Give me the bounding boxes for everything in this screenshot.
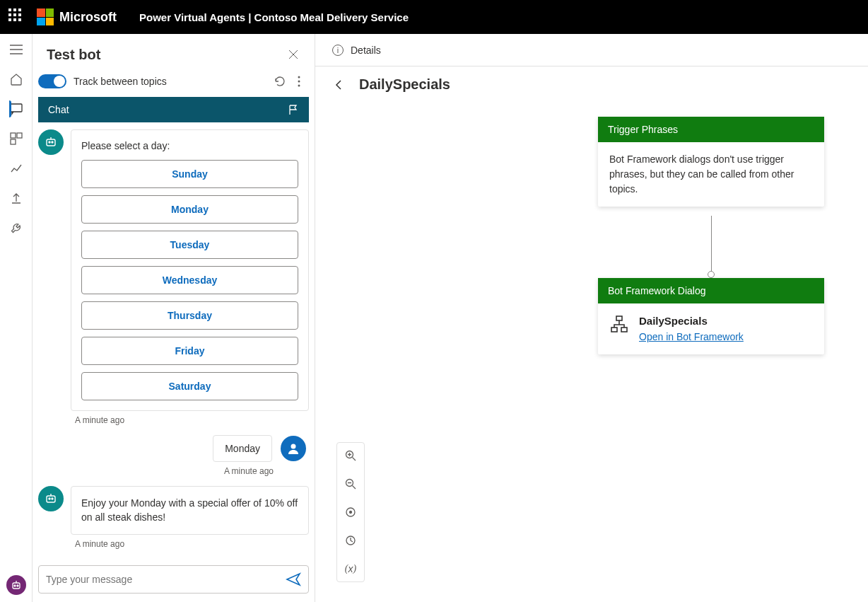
- flag-icon[interactable]: [288, 104, 299, 115]
- bot-framework-dialog-node[interactable]: Bot Framework Dialog DailySpecials Open …: [598, 278, 824, 354]
- svg-point-6: [17, 585, 18, 586]
- trigger-phrases-node[interactable]: Trigger Phrases Bot Framework dialogs do…: [598, 117, 824, 207]
- bot-response-card: Enjoy your Monday with a special offer o…: [71, 486, 309, 535]
- svg-point-5: [14, 585, 16, 586]
- timestamp-1: A minute ago: [75, 415, 309, 425]
- message-input[interactable]: [46, 574, 286, 585]
- option-tuesday[interactable]: Tuesday: [81, 231, 298, 259]
- svg-rect-10: [47, 139, 55, 146]
- svg-point-16: [52, 498, 53, 499]
- connector-dot: [708, 271, 715, 278]
- svg-rect-14: [47, 496, 55, 502]
- svg-point-13: [291, 444, 296, 449]
- svg-point-12: [52, 141, 53, 143]
- dialog-flow-icon: [609, 315, 629, 335]
- svg-rect-3: [11, 139, 16, 144]
- trigger-node-body: Bot Framework dialogs don't use trigger …: [598, 142, 824, 207]
- svg-rect-19: [621, 328, 627, 332]
- publish-icon[interactable]: [9, 191, 23, 205]
- dialog-name: DailySpecials: [639, 313, 744, 330]
- left-nav-rail: [0, 34, 33, 602]
- fit-icon[interactable]: [344, 505, 358, 519]
- authoring-canvas-area: i Details DailySpecials Trigger Phrases …: [315, 34, 868, 602]
- option-sunday[interactable]: Sunday: [81, 160, 298, 188]
- user-avatar-icon: [281, 436, 306, 461]
- bot-avatar-icon: [38, 486, 64, 511]
- timestamp-2: A minute ago: [38, 466, 274, 476]
- brand-label: Microsoft: [59, 10, 117, 25]
- bot-avatar-icon: [38, 129, 64, 155]
- svg-rect-2: [17, 133, 22, 138]
- topic-title: DailySpecials: [359, 76, 450, 93]
- svg-rect-0: [11, 104, 22, 112]
- microsoft-logo: Microsoft: [37, 8, 117, 25]
- user-message: Monday: [213, 435, 272, 462]
- prompt-text: Please select a day:: [81, 140, 298, 151]
- info-icon[interactable]: i: [332, 45, 344, 56]
- chat-icon[interactable]: [9, 102, 23, 116]
- option-monday[interactable]: Monday: [81, 195, 298, 224]
- svg-rect-17: [616, 316, 622, 320]
- option-thursday[interactable]: Thursday: [81, 301, 298, 330]
- analytics-icon[interactable]: [9, 161, 23, 175]
- app-launcher-icon[interactable]: [8, 8, 25, 25]
- svg-rect-1: [11, 133, 16, 138]
- app-title: Power Virtual Agents | Contoso Meal Deli…: [139, 11, 409, 23]
- dialog-node-header: Bot Framework Dialog: [598, 278, 824, 303]
- reset-icon[interactable]: [274, 75, 286, 88]
- app-header: Microsoft Power Virtual Agents | Contoso…: [0, 0, 868, 34]
- svg-point-11: [49, 141, 50, 143]
- canvas-top-bar: i Details: [315, 34, 868, 66]
- option-saturday[interactable]: Saturday: [81, 372, 298, 400]
- option-friday[interactable]: Friday: [81, 337, 298, 365]
- close-icon[interactable]: [288, 49, 300, 62]
- hamburger-icon[interactable]: [9, 42, 23, 57]
- open-bot-framework-link[interactable]: Open in Bot Framework: [639, 331, 744, 342]
- bot-response-text: Enjoy your Monday with a special offer o…: [81, 497, 298, 524]
- topics-icon[interactable]: [9, 132, 23, 146]
- chat-tab[interactable]: Chat: [38, 97, 309, 122]
- zoom-out-icon[interactable]: [344, 477, 358, 491]
- bot-message-card: Please select a day: Sunday Monday Tuesd…: [71, 129, 309, 411]
- chat-tab-label: Chat: [48, 104, 69, 115]
- zoom-toolbar: (x): [336, 442, 365, 582]
- message-input-bar: [38, 565, 309, 594]
- more-icon[interactable]: [298, 76, 300, 87]
- track-topics-toggle[interactable]: [38, 74, 66, 88]
- svg-rect-18: [611, 328, 617, 332]
- details-label[interactable]: Details: [351, 45, 381, 56]
- chat-scroll-area[interactable]: Please select a day: Sunday Monday Tuesd…: [33, 122, 315, 558]
- trigger-node-header: Trigger Phrases: [598, 117, 824, 142]
- test-bot-panel: Test bot Track between topics Chat: [33, 34, 315, 602]
- option-wednesday[interactable]: Wednesday: [81, 266, 298, 294]
- bot-control-icon[interactable]: [6, 575, 26, 595]
- svg-point-7: [298, 76, 300, 79]
- svg-point-9: [298, 85, 300, 87]
- test-panel-title: Test bot: [47, 47, 100, 63]
- timestamp-3: A minute ago: [75, 539, 309, 549]
- zoom-in-icon[interactable]: [344, 448, 358, 463]
- authoring-canvas[interactable]: Trigger Phrases Bot Framework dialogs do…: [315, 103, 868, 602]
- svg-point-8: [298, 81, 300, 83]
- send-icon[interactable]: [286, 572, 301, 587]
- back-arrow-icon[interactable]: [332, 79, 345, 91]
- track-topics-label: Track between topics: [74, 76, 167, 87]
- home-icon[interactable]: [9, 72, 23, 86]
- svg-point-23: [350, 511, 352, 514]
- svg-point-15: [49, 498, 50, 499]
- reset-view-icon[interactable]: [344, 533, 358, 548]
- variables-icon[interactable]: (x): [344, 562, 358, 576]
- connector-line: [711, 216, 712, 272]
- settings-icon[interactable]: [9, 221, 23, 235]
